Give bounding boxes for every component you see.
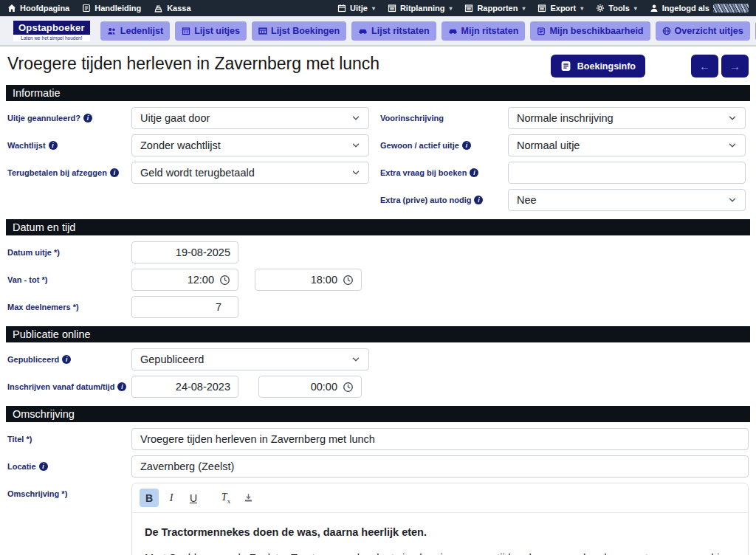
editor-paragraph: Mart Snelders van de Zeelster Tractormen… bbox=[145, 550, 735, 555]
wachtlijst-select[interactable]: Zonder wachtlijst bbox=[131, 134, 369, 156]
members-icon bbox=[107, 27, 117, 35]
info-icon[interactable]: i bbox=[470, 168, 478, 177]
nav-button-lijst-uitjes[interactable]: Lijst uitjes bbox=[175, 21, 247, 41]
menu-item-handleiding[interactable]: Handleiding bbox=[82, 4, 141, 13]
clear-formatting-icon: Tx bbox=[221, 492, 230, 505]
info-icon[interactable]: i bbox=[49, 141, 58, 150]
tot-time-input[interactable]: 18:00 bbox=[255, 269, 362, 291]
document-icon bbox=[560, 61, 571, 72]
info-icon[interactable]: i bbox=[62, 355, 71, 364]
gewoon-actief-label: Gewoon / actief uitje i bbox=[373, 141, 508, 150]
nav-button-ledenlijst[interactable]: Ledenlijst bbox=[100, 21, 170, 41]
uitje-geannuleerd-select[interactable]: Uitje gaat door bbox=[131, 107, 369, 129]
app-logo-title: Opstapboeker bbox=[13, 21, 90, 35]
info-icon[interactable]: i bbox=[39, 462, 48, 471]
voorinschrijving-select[interactable]: Normale inschrijving bbox=[508, 107, 746, 129]
extra-vraag-input[interactable] bbox=[508, 162, 746, 184]
car-icon bbox=[358, 27, 368, 35]
nav-button-overzicht-uitjes[interactable]: Overzicht uitjes bbox=[656, 21, 750, 41]
caret-down-icon: ▾ bbox=[634, 5, 637, 12]
menu-item-logged-in-user[interactable]: Ingelogd als bbox=[650, 4, 749, 13]
locatie-input[interactable] bbox=[131, 455, 749, 478]
locatie-label: Locatie i bbox=[0, 462, 131, 471]
section-datum-body: Datum uitje *) 19-08-2025 Van - tot *) 1… bbox=[0, 235, 756, 325]
manual-icon bbox=[82, 4, 91, 13]
clock-icon bbox=[343, 382, 354, 393]
menu-item-hoofdpagina[interactable]: Hoofdpagina bbox=[7, 4, 69, 13]
extra-vraag-label: Extra vraag bij boeken i bbox=[373, 168, 508, 177]
extra-auto-select[interactable]: Nee bbox=[508, 189, 746, 211]
datum-uitje-input[interactable]: 19-08-2025 bbox=[131, 241, 238, 263]
menu-item-ritplanning[interactable]: Ritplanning ▾ bbox=[388, 4, 453, 13]
app-logo[interactable]: Opstapboeker Laten we het simpel houden! bbox=[13, 21, 90, 41]
section-informatie-header: Informatie bbox=[6, 85, 750, 101]
nav-button-lijst-ritstaten[interactable]: Lijst ritstaten bbox=[351, 21, 436, 41]
gepubliceerd-label: Gepubliceerd i bbox=[0, 355, 131, 364]
italic-icon: I bbox=[170, 492, 173, 504]
underline-button[interactable]: U bbox=[184, 489, 203, 507]
editor-content[interactable]: De Tractormennekes doen de was, daarna h… bbox=[132, 513, 748, 555]
top-menu-right: Uitje ▾ Ritplanning ▾ Rapporten ▾ Export… bbox=[337, 4, 749, 13]
omschrijving-label: Omschrijving *) bbox=[0, 483, 131, 498]
max-deelnemers-label: Max deelnemers *) bbox=[0, 303, 131, 311]
section-omschrijving-body: Titel *) Locatie i Omschrijving *) B I U… bbox=[0, 422, 756, 555]
page-title: Vroegere tijden herleven in Zavernberg m… bbox=[7, 53, 379, 74]
menu-item-export[interactable]: Export ▾ bbox=[537, 4, 583, 13]
download-button[interactable] bbox=[238, 489, 258, 507]
italic-button[interactable]: I bbox=[162, 489, 181, 507]
van-tot-label: Van - tot *) bbox=[0, 275, 131, 284]
table-icon bbox=[258, 27, 267, 35]
menu-item-rapporten[interactable]: Rapporten ▾ bbox=[464, 4, 525, 13]
chevron-down-icon bbox=[728, 114, 737, 123]
previous-outing-button[interactable]: ← bbox=[691, 55, 718, 77]
rich-text-editor: B I U Tx De Tractormennekes doen de was,… bbox=[131, 483, 749, 555]
section-informatie-body: Uitje geannuleerd? i Uitje gaat door Wac… bbox=[0, 101, 756, 218]
bold-icon: B bbox=[145, 492, 153, 504]
section-publicatie-header: Publicatie online bbox=[6, 326, 750, 342]
app-nav-bar: Opstapboeker Laten we het simpel houden!… bbox=[0, 16, 756, 46]
download-icon bbox=[243, 492, 254, 503]
chevron-down-icon bbox=[351, 168, 360, 177]
info-icon[interactable]: i bbox=[117, 382, 126, 391]
calendar-list-icon bbox=[182, 27, 190, 35]
menu-item-tools[interactable]: Tools ▾ bbox=[596, 4, 637, 13]
gear-icon bbox=[596, 4, 605, 13]
boekingsinfo-button[interactable]: Boekingsinfo bbox=[551, 55, 645, 77]
info-icon[interactable]: i bbox=[83, 114, 92, 123]
next-outing-button[interactable]: → bbox=[721, 55, 749, 77]
info-icon[interactable]: i bbox=[462, 141, 471, 150]
nav-button-mijn-ritstaten[interactable]: Mijn ritstaten bbox=[441, 21, 526, 41]
top-menu-bar: Hoofdpagina Handleiding Kassa Uitje ▾ Ri… bbox=[0, 0, 756, 16]
clock-icon bbox=[343, 275, 354, 286]
menu-item-uitje[interactable]: Uitje ▾ bbox=[337, 4, 375, 13]
bold-button[interactable]: B bbox=[140, 489, 159, 507]
extra-auto-label: Extra (prive) auto nodig i bbox=[373, 196, 508, 204]
info-icon[interactable]: i bbox=[110, 168, 119, 177]
inschrijven-tijd-input[interactable]: 00:00 bbox=[258, 376, 362, 398]
globe-icon bbox=[662, 27, 671, 35]
terugbetalen-select[interactable]: Geld wordt terugbetaald bbox=[131, 162, 369, 184]
chevron-down-icon bbox=[351, 355, 360, 364]
titel-input[interactable] bbox=[131, 428, 749, 450]
terugbetalen-label: Terugbetalen bij afzeggen i bbox=[0, 168, 131, 177]
caret-down-icon: ▾ bbox=[522, 5, 525, 12]
arrow-left-icon: ← bbox=[699, 60, 710, 72]
info-icon[interactable]: i bbox=[474, 196, 483, 204]
gewoon-actief-select[interactable]: Normaal uitje bbox=[508, 134, 746, 156]
car-icon bbox=[448, 27, 458, 35]
clock-icon bbox=[219, 275, 230, 286]
nav-button-mijn-beschikbaarheid[interactable]: Mijn beschikbaarheid bbox=[530, 21, 650, 41]
caret-down-icon: ▾ bbox=[372, 5, 375, 12]
section-datum-header: Datum en tijd bbox=[6, 219, 750, 235]
cash-register-icon bbox=[154, 4, 163, 13]
van-time-input[interactable]: 12:00 bbox=[131, 269, 238, 291]
clear-formatting-button[interactable]: Tx bbox=[216, 489, 236, 507]
nav-button-lijst-boekingen[interactable]: Lijst Boekingen bbox=[252, 21, 346, 41]
max-deelnemers-input[interactable]: 7 bbox=[131, 296, 238, 318]
gepubliceerd-select[interactable]: Gepubliceerd bbox=[131, 348, 369, 370]
inschrijven-datum-input[interactable]: 24-08-2023 bbox=[131, 376, 238, 398]
editor-toolbar: B I U Tx bbox=[132, 483, 748, 513]
menu-item-kassa[interactable]: Kassa bbox=[154, 4, 190, 13]
username-redacted bbox=[713, 4, 749, 13]
window-icon bbox=[537, 4, 546, 13]
